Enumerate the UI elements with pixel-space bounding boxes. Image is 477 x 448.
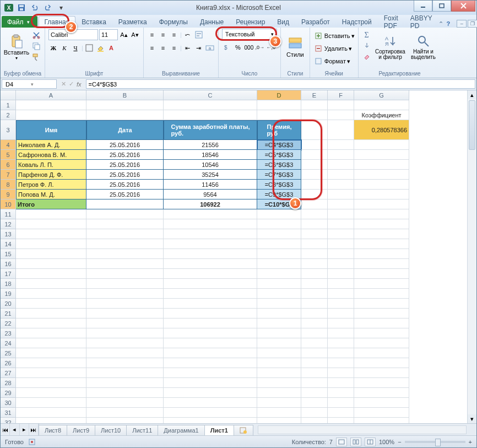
cell[interactable] — [301, 378, 328, 388]
cell[interactable] — [301, 289, 328, 299]
new-sheet-button[interactable] — [234, 425, 253, 435]
cell[interactable] — [301, 338, 328, 348]
cell[interactable] — [257, 219, 301, 229]
table-cell[interactable]: 11456 — [164, 180, 257, 190]
format-painter-icon[interactable] — [31, 52, 41, 62]
cell[interactable] — [328, 269, 354, 279]
view-normal-icon[interactable] — [336, 438, 347, 446]
cell[interactable] — [86, 239, 164, 249]
row-header[interactable]: 25 — [1, 348, 16, 358]
cell[interactable] — [301, 269, 328, 279]
cell[interactable] — [16, 259, 86, 269]
close-button[interactable] — [451, 1, 475, 12]
cell[interactable] — [257, 348, 301, 358]
table-cell[interactable]: Коваль Л. П. — [16, 160, 86, 170]
sort-filter-button[interactable]: АЯ Сортировка и фильтр — [374, 29, 407, 65]
insert-cells-button[interactable]: Вставить ▾ — [313, 30, 355, 42]
cell[interactable] — [16, 209, 86, 219]
table-header[interactable]: Премия, руб — [257, 120, 301, 140]
cell[interactable] — [257, 249, 301, 259]
sheet-tab[interactable]: Лист9 — [67, 425, 95, 435]
cell[interactable] — [301, 408, 328, 418]
cell[interactable] — [354, 209, 409, 219]
cell[interactable] — [164, 289, 257, 299]
sheet-tab[interactable]: Лист8 — [39, 425, 67, 435]
table-cell[interactable]: Парфенов Д. Ф. — [16, 170, 86, 180]
cell[interactable] — [354, 100, 409, 110]
ribbon-tab-главная[interactable]: Главная — [39, 16, 76, 28]
cell[interactable] — [16, 289, 86, 299]
row-header[interactable]: 9 — [1, 190, 16, 199]
row-header[interactable]: 10 — [1, 199, 16, 209]
table-cell[interactable] — [328, 140, 354, 150]
table-cell[interactable]: 25.05.2016 — [86, 180, 164, 190]
table-cell[interactable] — [301, 150, 328, 160]
italic-icon[interactable]: К — [59, 43, 69, 53]
table-cell[interactable]: 106922 — [164, 199, 257, 209]
cell[interactable] — [164, 368, 257, 378]
cell[interactable] — [354, 279, 409, 289]
cell[interactable] — [354, 289, 409, 299]
cell[interactable] — [86, 209, 164, 219]
workbook-restore-icon[interactable]: ❐ — [468, 20, 477, 28]
cell[interactable] — [257, 418, 301, 423]
cell[interactable] — [257, 309, 301, 319]
row-header[interactable]: 4 — [1, 140, 16, 150]
table-cell[interactable] — [354, 190, 409, 199]
cell[interactable] — [328, 299, 354, 309]
table-cell[interactable] — [328, 160, 354, 170]
cell[interactable] — [354, 229, 409, 239]
ribbon-tab-abbyy pd[interactable]: ABBYY PD — [404, 16, 438, 28]
table-cell[interactable]: 9564 — [164, 190, 257, 199]
cell[interactable] — [354, 239, 409, 249]
table-cell[interactable] — [354, 150, 409, 160]
selected-cell[interactable]: =C8*$G$3 — [257, 180, 301, 190]
row-header[interactable]: 15 — [1, 249, 16, 259]
cell[interactable] — [257, 319, 301, 328]
table-cell[interactable] — [328, 190, 354, 199]
tab-nav-next-icon[interactable]: ▸ — [20, 424, 29, 435]
orientation-icon[interactable]: ⤺ — [183, 30, 193, 40]
cell[interactable] — [328, 279, 354, 289]
row-header[interactable]: 6 — [1, 160, 16, 170]
cell[interactable] — [301, 309, 328, 319]
cell[interactable] — [301, 328, 328, 338]
table-cell[interactable] — [354, 199, 409, 209]
table-cell[interactable] — [328, 180, 354, 190]
selected-cell[interactable]: =C6*$G$3 — [257, 160, 301, 170]
cell[interactable] — [328, 418, 354, 423]
sheet-tab[interactable]: Лист1 — [204, 425, 234, 435]
cell[interactable] — [257, 100, 301, 110]
table-cell[interactable] — [301, 180, 328, 190]
cell[interactable] — [257, 289, 301, 299]
cell[interactable] — [16, 309, 86, 319]
cell[interactable] — [328, 348, 354, 358]
row-header[interactable]: 8 — [1, 180, 16, 190]
cell[interactable] — [354, 368, 409, 378]
cell[interactable] — [354, 259, 409, 269]
font-color-icon[interactable]: A — [106, 43, 116, 53]
cell[interactable] — [301, 249, 328, 259]
row-header[interactable]: 13 — [1, 229, 16, 239]
cell[interactable] — [328, 239, 354, 249]
cell[interactable] — [328, 209, 354, 219]
row-header[interactable]: 3 — [1, 120, 16, 140]
cell[interactable] — [16, 299, 86, 309]
increase-indent-icon[interactable]: ⇥ — [194, 43, 204, 53]
cell[interactable] — [16, 110, 86, 120]
align-right-icon[interactable]: ≡ — [169, 43, 179, 53]
col-header-B[interactable]: B — [86, 90, 164, 100]
cell[interactable] — [257, 368, 301, 378]
cell[interactable] — [257, 209, 301, 219]
cell[interactable] — [16, 249, 86, 259]
cell[interactable] — [86, 358, 164, 368]
row-header[interactable]: 31 — [1, 408, 16, 418]
cell[interactable] — [164, 338, 257, 348]
help-icon[interactable]: ? — [447, 20, 451, 27]
align-bottom-icon[interactable]: ≡ — [169, 30, 179, 40]
sheet-tab[interactable]: Лист10 — [95, 425, 127, 435]
cell[interactable] — [16, 239, 86, 249]
cell[interactable] — [86, 289, 164, 299]
cell[interactable] — [16, 358, 86, 368]
cell[interactable] — [164, 209, 257, 219]
